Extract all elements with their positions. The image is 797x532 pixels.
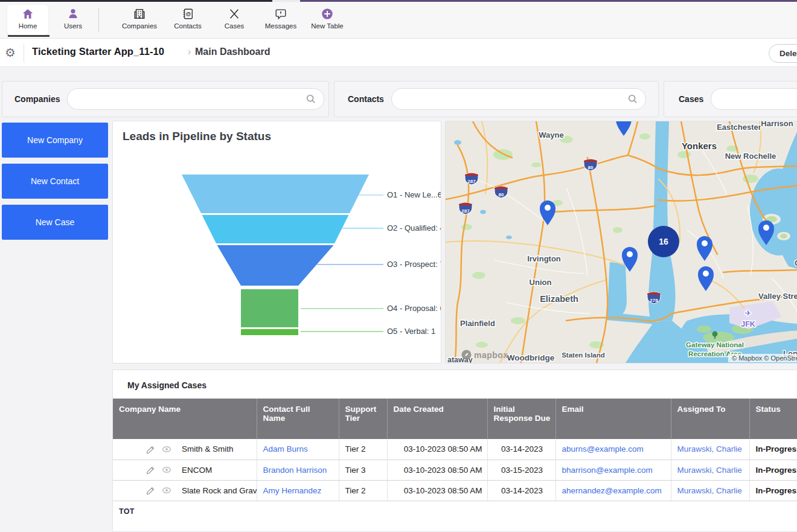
companies-search-pill bbox=[67, 88, 324, 110]
nav-label-contacts: Contacts bbox=[174, 22, 201, 30]
email-link[interactable]: bharrison@example.com bbox=[562, 466, 653, 475]
map-label-union: Union bbox=[530, 278, 552, 287]
companies-search-label: Companies bbox=[14, 94, 60, 104]
map-label-elizabeth: Elizabeth bbox=[540, 294, 578, 304]
assigned-to-link[interactable]: Murawski, Charlie bbox=[677, 486, 742, 495]
col-header-assigned[interactable]: Assigned To bbox=[671, 399, 749, 439]
funnel-label-o4: O4 - Proposal: 6 bbox=[387, 304, 441, 313]
funnel-label-o2: O2 - Qualified: 4 bbox=[387, 223, 441, 232]
table-totals-label: TOT bbox=[113, 501, 797, 516]
assigned-cases-panel: My Assigned Cases Company Name Contact F… bbox=[112, 370, 797, 532]
funnel-segment-o4[interactable] bbox=[241, 289, 298, 327]
map-label-eastchester: Eastchester bbox=[717, 123, 761, 132]
map-label-wayne: Wayne bbox=[539, 130, 563, 139]
mapbox-logo-text: mapbox bbox=[474, 350, 508, 360]
funnel-segment-o1[interactable] bbox=[182, 175, 369, 213]
dashboard-content: Companies Contacts Cases New Company New… bbox=[0, 67, 797, 532]
messages-icon bbox=[274, 5, 287, 21]
map-label-woodbridge: Woodbridge bbox=[507, 353, 555, 362]
cases-search-label: Cases bbox=[679, 94, 703, 104]
edit-pencil-icon[interactable] bbox=[146, 485, 156, 496]
nav-item-users[interactable]: Users bbox=[56, 5, 91, 35]
contact-link[interactable]: Adam Burns bbox=[263, 444, 308, 453]
company-name: ENCOM bbox=[182, 466, 212, 475]
cases-icon bbox=[228, 5, 241, 21]
nav-label-companies: Companies bbox=[122, 22, 157, 30]
companies-search-input[interactable] bbox=[76, 89, 303, 109]
funnel-chart-title: Leads in Pipeline by Status bbox=[123, 130, 271, 143]
col-header-tier[interactable]: Support Tier bbox=[339, 399, 387, 439]
contact-link[interactable]: Amy Hernandez bbox=[263, 486, 322, 495]
email-link[interactable]: ahernandez@example.com bbox=[562, 486, 662, 495]
map-label-valley-stream: Valley Stream bbox=[758, 292, 797, 301]
nav-item-contacts[interactable]: @ Cases Contacts bbox=[170, 5, 206, 35]
svg-text:@: @ bbox=[185, 11, 191, 17]
date-created: 03-10-2023 08:50 AM bbox=[387, 460, 487, 480]
assigned-to-link[interactable]: Murawski, Charlie bbox=[677, 444, 742, 453]
svg-text:80: 80 bbox=[588, 165, 594, 170]
nav-item-home[interactable]: Home bbox=[7, 5, 48, 35]
map-label-gateway-1: Gateway National bbox=[686, 341, 744, 348]
map-jfk-plane-icon: ✈ bbox=[745, 309, 752, 318]
edit-pencil-icon[interactable] bbox=[146, 444, 156, 455]
new-table-plus-icon bbox=[321, 5, 334, 21]
nav-item-companies[interactable]: Companies bbox=[118, 5, 161, 35]
response-due: 03-15-2023 bbox=[487, 460, 555, 480]
search-icon[interactable] bbox=[306, 94, 316, 107]
nav-label-users: Users bbox=[64, 22, 82, 30]
map-attribution[interactable]: © Mapbox © OpenStree bbox=[728, 354, 797, 362]
col-header-company[interactable]: Company Name bbox=[113, 399, 257, 439]
contact-link[interactable]: Brandon Harrison bbox=[263, 466, 327, 475]
view-eye-icon[interactable] bbox=[161, 444, 172, 455]
map-label-new-rochelle: New Rochelle bbox=[725, 152, 776, 161]
status-value: In-Progress bbox=[749, 439, 797, 460]
app-title[interactable]: Ticketing Starter App_11-10 bbox=[32, 46, 164, 57]
search-icon[interactable] bbox=[627, 94, 638, 107]
contacts-search-input[interactable] bbox=[400, 89, 625, 109]
map-cluster-marker[interactable]: 16 bbox=[648, 226, 679, 257]
col-header-status[interactable]: Status bbox=[749, 399, 797, 439]
table-row: Smith & Smith Adam Burns Tier 2 03-10-20… bbox=[113, 439, 797, 460]
nav-label-new-table: New Table bbox=[311, 22, 344, 30]
cases-map-panel[interactable]: 287 80 80 287 278 bbox=[445, 121, 797, 364]
cases-search-input[interactable] bbox=[720, 89, 797, 109]
date-created: 03-10-2023 08:50 AM bbox=[387, 439, 487, 460]
delete-button[interactable]: Delet bbox=[769, 44, 797, 63]
nav-item-new-table[interactable]: New Table bbox=[307, 5, 348, 35]
svg-text:287: 287 bbox=[461, 208, 470, 214]
map-label-irvington: Irvington bbox=[527, 254, 561, 263]
funnel-segment-o3[interactable] bbox=[217, 245, 334, 286]
new-contact-button[interactable]: New Contact bbox=[2, 164, 108, 199]
edit-pencil-icon[interactable] bbox=[146, 464, 156, 475]
assigned-to-link[interactable]: Murawski, Charlie bbox=[677, 466, 742, 475]
col-header-contact[interactable]: Contact Full Name bbox=[257, 399, 339, 439]
view-eye-icon[interactable] bbox=[161, 464, 172, 475]
col-header-email[interactable]: Email bbox=[555, 399, 671, 439]
col-header-response-due[interactable]: Initial Response Due bbox=[487, 399, 555, 439]
cases-table-title: My Assigned Cases bbox=[113, 370, 797, 390]
view-eye-icon[interactable] bbox=[161, 485, 172, 496]
app-nav-bar: Home Users Companies @ Cases Contacts Ca… bbox=[0, 2, 797, 39]
table-row: ENCOM Brandon Harrison Tier 3 03-10-2023… bbox=[113, 460, 797, 480]
funnel-segment-o5[interactable] bbox=[241, 329, 298, 335]
new-company-button[interactable]: New Company bbox=[2, 123, 108, 158]
mapbox-logo[interactable]: mapbox bbox=[461, 350, 508, 360]
contacts-search-label: Contacts bbox=[348, 94, 384, 104]
funnel-segment-o2[interactable] bbox=[202, 215, 349, 243]
nav-item-messages[interactable]: Messages bbox=[261, 5, 301, 35]
status-value: In-Progress bbox=[749, 480, 797, 501]
nav-label-cases: Cases bbox=[225, 22, 245, 30]
map-canvas[interactable]: 287 80 80 287 278 bbox=[446, 121, 797, 363]
cases-table-header-row: Company Name Contact Full Name Support T… bbox=[113, 399, 797, 439]
nav-label-home: Home bbox=[19, 22, 37, 30]
map-label-jfk: JFK bbox=[741, 320, 755, 328]
funnel-label-o5: O5 - Verbal: 1 bbox=[387, 327, 435, 336]
map-label-staten-island: Staten Island bbox=[562, 351, 605, 359]
companies-icon bbox=[133, 5, 146, 21]
new-case-button[interactable]: New Case bbox=[2, 205, 108, 240]
nav-item-cases[interactable]: Cases bbox=[219, 5, 249, 35]
cases-table: Company Name Contact Full Name Support T… bbox=[113, 399, 797, 501]
email-link[interactable]: aburns@example.com bbox=[562, 444, 644, 453]
settings-gear-icon[interactable]: ⚙ bbox=[5, 45, 16, 60]
col-header-created[interactable]: Date Created bbox=[387, 399, 487, 439]
